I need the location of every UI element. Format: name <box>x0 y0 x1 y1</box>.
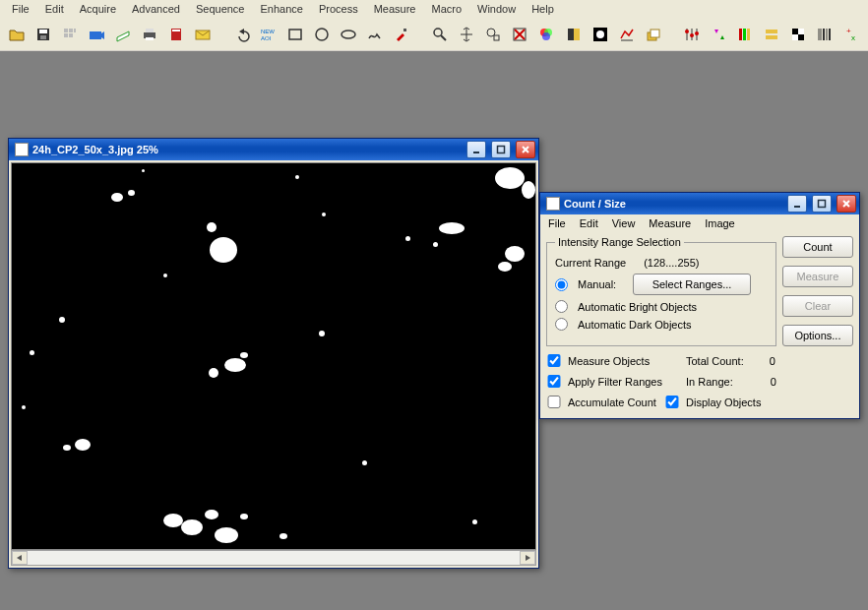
horizontal-scrollbar[interactable] <box>11 550 536 566</box>
menu-sequence[interactable]: Sequence <box>188 1 253 17</box>
svg-rect-54 <box>798 29 804 34</box>
circle-aoi-icon[interactable] <box>311 24 332 45</box>
contrast-icon[interactable] <box>563 24 584 45</box>
menu-edit[interactable]: Edit <box>37 1 72 17</box>
eyedropper-icon[interactable] <box>392 24 412 45</box>
blob <box>439 222 465 234</box>
svg-rect-8 <box>90 31 101 39</box>
colorbars-icon[interactable] <box>735 24 756 45</box>
count-menu-file[interactable]: File <box>544 215 576 231</box>
count-dialog-titlebar[interactable]: Count / Size <box>540 193 859 214</box>
svg-rect-3 <box>64 29 68 32</box>
checkbox-accumulate[interactable] <box>546 396 562 408</box>
chart-icon[interactable] <box>616 24 637 45</box>
maximize-button[interactable] <box>491 141 511 158</box>
svg-rect-2 <box>40 35 46 39</box>
blob <box>210 237 237 263</box>
measure-objects-label: Measure Objects <box>568 355 662 367</box>
printer-icon[interactable] <box>140 24 160 45</box>
menu-macro[interactable]: Macro <box>423 1 469 17</box>
total-count-label: Total Count: <box>686 355 744 367</box>
menu-process[interactable]: Process <box>311 1 366 17</box>
barcode-icon[interactable] <box>815 24 836 45</box>
freehand-aoi-icon[interactable] <box>364 24 385 45</box>
blob <box>405 236 410 241</box>
radio-manual[interactable] <box>555 278 568 291</box>
count-menu-view[interactable]: View <box>608 215 646 231</box>
measure-button[interactable]: Measure <box>782 266 853 287</box>
zoom-fit-icon[interactable] <box>483 24 504 45</box>
svg-rect-53 <box>792 29 798 34</box>
image-window-title: 24h_CP2_50x_3.jpg 25% <box>32 144 462 155</box>
svg-text:NEW: NEW <box>261 29 275 34</box>
ellipse-aoi-icon[interactable] <box>338 24 358 45</box>
in-range-label: In Range: <box>686 376 733 388</box>
blob <box>522 181 535 199</box>
count-dialog-icon <box>546 197 560 211</box>
eq-red-icon[interactable] <box>681 24 702 45</box>
new-aoi-icon[interactable]: NEWAOI <box>258 24 279 45</box>
menu-window[interactable]: Window <box>469 1 524 17</box>
undo-icon[interactable] <box>231 24 252 45</box>
count-button[interactable]: Count <box>782 236 853 258</box>
main-toolbar: NEWAOI+x <box>0 18 868 51</box>
menu-enhance[interactable]: Enhance <box>252 1 310 17</box>
checker-icon[interactable] <box>788 24 809 45</box>
checkbox-measure-objects[interactable] <box>546 354 562 367</box>
options-button[interactable]: Options... <box>782 325 853 346</box>
pan-icon[interactable] <box>457 24 477 45</box>
svg-rect-19 <box>289 30 301 39</box>
grid-icon[interactable] <box>59 24 80 45</box>
histogram-icon[interactable] <box>589 24 610 45</box>
svg-marker-47 <box>720 35 724 39</box>
fx-icon[interactable]: +x <box>841 24 862 45</box>
sort-icon[interactable] <box>708 24 728 45</box>
menu-acquire[interactable]: Acquire <box>72 1 124 17</box>
checkbox-display-objects[interactable] <box>664 396 680 408</box>
minimize-button[interactable] <box>466 141 486 158</box>
image-window-titlebar[interactable]: 24h_CP2_50x_3.jpg 25% <box>9 139 538 160</box>
count-menu-edit[interactable]: Edit <box>576 215 608 231</box>
svg-rect-6 <box>64 33 68 37</box>
intensity-range-group: Intensity Range Selection Current Range … <box>546 236 776 346</box>
scroll-track[interactable] <box>28 551 520 565</box>
radio-auto-bright[interactable] <box>555 300 568 313</box>
select-ranges-button[interactable]: Select Ranges... <box>633 274 751 295</box>
menu-measure[interactable]: Measure <box>366 1 424 17</box>
open-icon[interactable] <box>6 24 27 45</box>
scroll-left-button[interactable] <box>12 551 28 565</box>
zoom-icon[interactable] <box>429 24 450 45</box>
blob <box>22 405 26 409</box>
book-icon[interactable] <box>166 24 187 45</box>
menu-file[interactable]: File <box>4 1 37 17</box>
maximize-button[interactable] <box>812 195 832 213</box>
close-button[interactable] <box>837 195 856 213</box>
image-viewport[interactable] <box>11 162 536 550</box>
scroll-right-button[interactable] <box>520 551 535 565</box>
svg-marker-16 <box>239 29 244 34</box>
palette-icon[interactable] <box>762 24 782 45</box>
blob <box>362 460 367 465</box>
save-icon[interactable] <box>32 24 53 45</box>
count-menu-measure[interactable]: Measure <box>645 215 701 231</box>
camera-icon[interactable] <box>86 24 106 45</box>
menu-help[interactable]: Help <box>524 1 562 17</box>
menu-advanced[interactable]: Advanced <box>124 1 188 17</box>
checkbox-apply-filter[interactable] <box>546 375 562 388</box>
clear-button[interactable]: Clear <box>782 295 853 317</box>
crop-x-icon[interactable] <box>510 24 530 45</box>
svg-rect-65 <box>498 147 505 153</box>
mail-icon[interactable] <box>193 24 214 45</box>
svg-rect-48 <box>739 29 742 40</box>
rect-aoi-icon[interactable] <box>284 24 305 45</box>
radio-auto-dark[interactable] <box>555 318 568 331</box>
count-menu-image[interactable]: Image <box>701 215 745 231</box>
stack-icon[interactable] <box>643 24 663 45</box>
close-button[interactable] <box>516 141 535 158</box>
scanner-icon[interactable] <box>113 24 134 45</box>
rgb-icon[interactable] <box>536 24 557 45</box>
svg-rect-71 <box>819 201 826 208</box>
minimize-button[interactable] <box>787 195 807 213</box>
count-button-label: Count <box>803 241 832 253</box>
svg-point-44 <box>690 33 694 37</box>
